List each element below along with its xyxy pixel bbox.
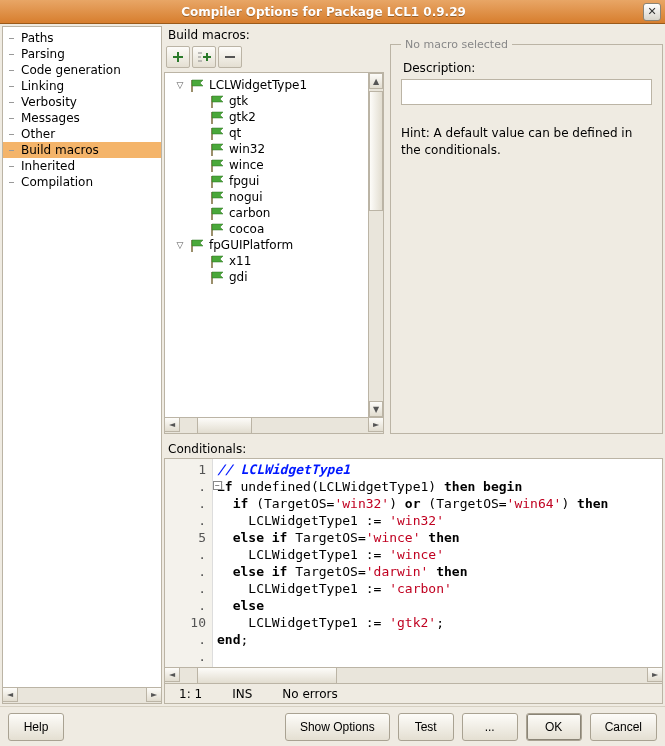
ok-button[interactable]: OK [526,713,582,741]
sidebar-item-verbosity[interactable]: Verbosity [3,94,161,110]
tree-label: fpgui [229,174,259,188]
content: Build macros: ▽LCLWidgetType1gtkgtk2qtwi… [164,26,663,704]
close-button[interactable]: ✕ [643,3,661,21]
tree-vscroll[interactable]: ▲ ▼ [368,73,383,417]
sidebar: PathsParsingCode generationLinkingVerbos… [2,26,162,704]
flag-icon [189,239,205,251]
tree-label: fpGUIPlatform [209,238,293,252]
sidebar-item-messages[interactable]: Messages [3,110,161,126]
expander-icon[interactable]: ▽ [175,80,185,90]
tree-label: wince [229,158,264,172]
tree-label: gdi [229,270,248,284]
flag-icon [209,191,225,203]
add-macro-value-button[interactable] [192,46,216,68]
tree-label: nogui [229,190,263,204]
sidebar-item-compilation[interactable]: Compilation [3,174,161,190]
tree-node[interactable]: x11 [165,253,383,269]
tree-label: carbon [229,206,270,220]
sidebar-item-parsing[interactable]: Parsing [3,46,161,62]
editor-gutter: 1.−..5....10.... [165,459,213,667]
flag-icon [209,223,225,235]
sidebar-hscroll[interactable]: ◄ ► [2,688,162,704]
error-status: No errors [282,687,337,701]
sidebar-item-code-generation[interactable]: Code generation [3,62,161,78]
conditionals-label: Conditionals: [164,440,663,458]
titlebar: Compiler Options for Package LCL1 0.9.29… [0,0,665,24]
cancel-button[interactable]: Cancel [590,713,657,741]
show-options-button[interactable]: Show Options [285,713,390,741]
macro-details-panel: No macro selected Description: Hint: A d… [390,44,663,434]
flag-icon [209,95,225,107]
flag-icon [189,79,205,91]
scroll-up-icon[interactable]: ▲ [369,73,383,89]
flag-icon [209,127,225,139]
tree-label: LCLWidgetType1 [209,78,307,92]
flag-icon [209,271,225,283]
tree-label: cocoa [229,222,264,236]
tree-node[interactable]: ▽LCLWidgetType1 [165,77,383,93]
conditionals-section: Conditionals: 1.−..5....10.... // LCLWid… [164,440,663,704]
description-label: Description: [403,61,650,75]
flag-icon [209,255,225,267]
sidebar-item-other[interactable]: Other [3,126,161,142]
flag-icon [209,159,225,171]
tree-node[interactable]: gtk [165,93,383,109]
tree-label: gtk2 [229,110,256,124]
scroll-left-icon[interactable]: ◄ [164,417,180,432]
flag-icon [209,143,225,155]
bottom-bar: Help Show Options Test ... OK Cancel [0,706,665,746]
macros-toolbar [164,44,384,72]
tree-node[interactable]: carbon [165,205,383,221]
window-title: Compiler Options for Package LCL1 0.9.29 [4,5,643,19]
tree-node[interactable]: nogui [165,189,383,205]
tree-node[interactable]: ▽fpGUIPlatform [165,237,383,253]
expander-icon[interactable]: ▽ [175,240,185,250]
scroll-down-icon[interactable]: ▼ [369,401,383,417]
tree-node[interactable]: gdi [165,269,383,285]
cursor-position: 1: 1 [179,687,202,701]
scroll-left-icon[interactable]: ◄ [164,667,180,682]
tree-hscroll[interactable]: ◄ ► [164,418,384,434]
tree-node[interactable]: cocoa [165,221,383,237]
macro-panel-legend: No macro selected [401,38,512,51]
tree-node[interactable]: qt [165,125,383,141]
flag-icon [209,207,225,219]
flag-icon [209,175,225,187]
scroll-left-icon[interactable]: ◄ [2,687,18,702]
macro-hint-text: Hint: A default value can be defined in … [401,125,652,159]
tree-label: gtk [229,94,248,108]
tree-node[interactable]: gtk2 [165,109,383,125]
tree-label: qt [229,126,241,140]
tree-label: x11 [229,254,251,268]
main-area: PathsParsingCode generationLinkingVerbos… [0,24,665,706]
tree-node[interactable]: fpgui [165,173,383,189]
description-input[interactable] [401,79,652,105]
flag-icon [209,111,225,123]
insert-mode: INS [232,687,252,701]
help-button[interactable]: Help [8,713,64,741]
macros-tree[interactable]: ▽LCLWidgetType1gtkgtk2qtwin32wincefpguin… [164,72,384,418]
scroll-right-icon[interactable]: ► [146,687,162,702]
editor-statusbar: 1: 1 INS No errors [164,684,663,704]
tree-node[interactable]: win32 [165,141,383,157]
scroll-right-icon[interactable]: ► [368,417,384,432]
more-button[interactable]: ... [462,713,518,741]
sidebar-item-inherited[interactable]: Inherited [3,158,161,174]
sidebar-item-paths[interactable]: Paths [3,30,161,46]
tree-label: win32 [229,142,265,156]
editor-code[interactable]: // LCLWidgetType1if undefined(LCLWidgetT… [213,459,612,667]
sidebar-item-linking[interactable]: Linking [3,78,161,94]
test-button[interactable]: Test [398,713,454,741]
editor-hscroll[interactable]: ◄ ► [164,668,663,684]
sidebar-item-build-macros[interactable]: Build macros [3,142,161,158]
tree-node[interactable]: wince [165,157,383,173]
remove-macro-button[interactable] [218,46,242,68]
scroll-right-icon[interactable]: ► [647,667,663,682]
add-macro-button[interactable] [166,46,190,68]
conditionals-editor[interactable]: 1.−..5....10.... // LCLWidgetType1if und… [164,458,663,668]
sidebar-list[interactable]: PathsParsingCode generationLinkingVerbos… [2,26,162,688]
